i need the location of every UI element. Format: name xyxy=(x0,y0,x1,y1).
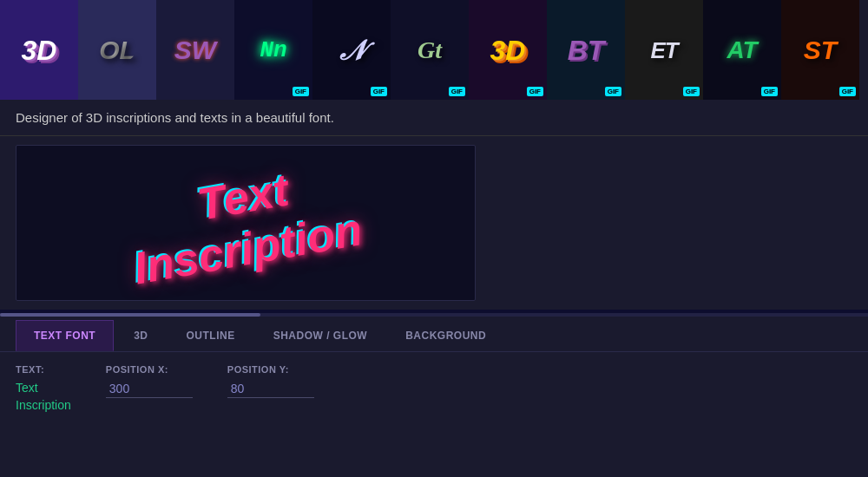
gif-badge-10: GIF xyxy=(761,87,778,96)
style-label-2: OL xyxy=(99,37,135,63)
tab-shadow-glow[interactable]: SHADOW / GLOW xyxy=(255,320,386,351)
text-control-group: TEXT: Text Inscription xyxy=(16,364,71,414)
gif-badge-7: GIF xyxy=(527,87,543,96)
description-bar: Designer of 3D inscriptions and texts in… xyxy=(0,100,868,136)
style-label-4: Nn xyxy=(260,39,286,62)
scroll-track xyxy=(0,313,868,317)
position-y-label: POSITION Y: xyxy=(227,364,314,375)
style-label-6: Gt xyxy=(418,38,442,62)
position-y-input[interactable] xyxy=(227,380,314,398)
position-y-group: POSITION Y: xyxy=(227,364,314,398)
inscription-display: Text Inscription xyxy=(126,161,365,285)
style-item-2[interactable]: OL xyxy=(78,0,156,100)
tab-background[interactable]: BACKGROUND xyxy=(387,320,504,351)
tab-3d[interactable]: 3D xyxy=(115,320,166,351)
tab-outline[interactable]: OUTLINE xyxy=(168,320,253,351)
style-label-7: 3D xyxy=(490,36,526,64)
gif-badge-8: GIF xyxy=(605,87,621,96)
style-label-9: ET xyxy=(650,39,677,62)
style-item-1[interactable]: 3D xyxy=(0,0,78,100)
gif-badge-11: GIF xyxy=(839,87,856,96)
style-label-5: 𝒩 xyxy=(340,36,363,64)
style-item-6[interactable]: Gt GIF xyxy=(391,0,469,100)
main-area: Text Inscription xyxy=(0,136,868,310)
style-label-10: AT xyxy=(727,38,757,62)
text-value: Text Inscription xyxy=(16,380,71,414)
style-label-1: 3D xyxy=(22,36,57,64)
style-item-8[interactable]: BT GIF xyxy=(547,0,625,100)
style-item-4[interactable]: Nn GIF xyxy=(234,0,312,100)
text-value-line2: Inscription xyxy=(16,397,71,415)
canvas-text-wrapper: Text Inscription xyxy=(126,161,365,285)
horizontal-scrollbar[interactable] xyxy=(0,310,868,317)
controls-area: TEXT: Text Inscription POSITION X: POSIT… xyxy=(0,352,868,426)
gif-badge-5: GIF xyxy=(371,87,387,96)
style-item-7[interactable]: 3D GIF xyxy=(469,0,547,100)
gif-badge-4: GIF xyxy=(293,87,309,96)
style-label-3: SW xyxy=(174,37,216,63)
tab-text-font[interactable]: TEXT FONT xyxy=(16,320,114,351)
position-x-label: POSITION X: xyxy=(106,364,193,375)
style-label-8: BT xyxy=(568,36,605,64)
tabs-bar: TEXT FONT 3D OUTLINE SHADOW / GLOW BACKG… xyxy=(0,320,868,352)
position-x-input[interactable] xyxy=(106,380,193,398)
text-value-line1: Text xyxy=(16,380,71,397)
style-item-10[interactable]: AT GIF xyxy=(703,0,781,100)
style-item-3[interactable]: SW xyxy=(156,0,234,100)
text-label: TEXT: xyxy=(16,364,71,375)
canvas-area: Text Inscription xyxy=(16,145,476,301)
gif-badge-6: GIF xyxy=(449,87,465,96)
position-x-group: POSITION X: xyxy=(106,364,193,398)
scroll-thumb[interactable] xyxy=(0,313,260,317)
style-label-11: ST xyxy=(804,37,837,63)
style-item-9[interactable]: ET GIF xyxy=(625,0,703,100)
style-item-11[interactable]: ST GIF xyxy=(781,0,859,100)
style-item-5[interactable]: 𝒩 GIF xyxy=(312,0,391,100)
gif-badge-9: GIF xyxy=(683,87,700,96)
style-gallery: 3D OL SW Nn GIF 𝒩 GIF Gt GIF 3D GIF xyxy=(0,0,868,100)
description-text: Designer of 3D inscriptions and texts in… xyxy=(16,110,334,125)
